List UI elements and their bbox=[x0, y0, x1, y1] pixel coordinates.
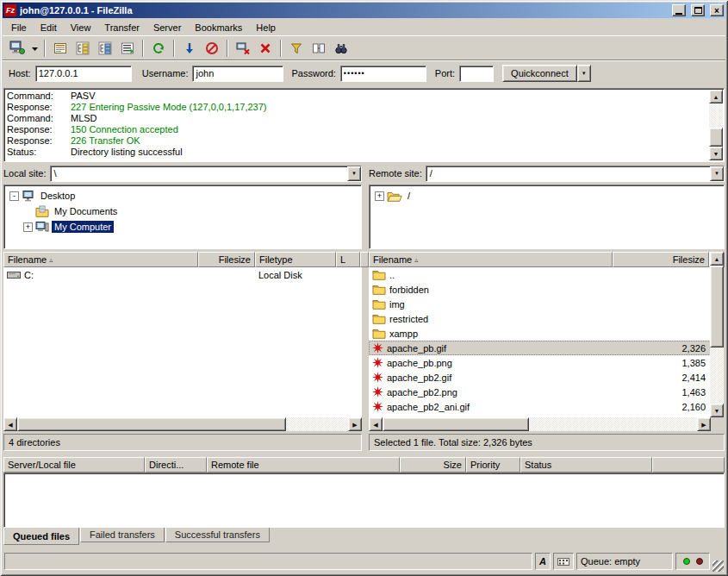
refresh-button[interactable] bbox=[148, 38, 169, 59]
file-row-restricted[interactable]: restricted bbox=[369, 311, 711, 326]
column-header-filesize[interactable]: Filesize bbox=[198, 252, 255, 267]
scrollbar-track[interactable] bbox=[709, 103, 723, 147]
toggle-message-log-button[interactable] bbox=[50, 38, 71, 59]
scroll-right-button[interactable]: ▶ bbox=[697, 417, 711, 431]
file-row-apache-pb2-ani-gif[interactable]: apache_pb2_ani.gif2,160 bbox=[369, 399, 711, 414]
column-header-remote-file[interactable]: Remote file bbox=[207, 457, 400, 473]
abort-button[interactable] bbox=[255, 38, 276, 59]
scroll-up-button[interactable]: ▲ bbox=[710, 252, 724, 266]
menu-item-bookmarks[interactable]: Bookmarks bbox=[188, 21, 249, 34]
disconnect-button[interactable] bbox=[233, 38, 253, 59]
file-size bbox=[613, 297, 709, 311]
file-size: 2,326 bbox=[613, 341, 709, 355]
column-header-priority[interactable]: Priority bbox=[466, 457, 520, 473]
close-button[interactable]: × bbox=[710, 4, 724, 16]
folder-icon bbox=[372, 313, 386, 324]
scrollbar-track[interactable] bbox=[710, 266, 724, 404]
port-input[interactable] bbox=[459, 66, 494, 82]
scrollbar-track[interactable] bbox=[383, 417, 697, 431]
find-files-button[interactable] bbox=[331, 38, 352, 59]
compare-directories-button[interactable] bbox=[308, 38, 329, 59]
message-log-vertical-scrollbar[interactable]: ▲ ▼ bbox=[709, 90, 723, 160]
scroll-up-button[interactable]: ▲ bbox=[709, 90, 723, 103]
scrollbar-thumb[interactable] bbox=[710, 266, 724, 347]
file-row-apache-pb2-png[interactable]: apache_pb2.png1,463 bbox=[369, 385, 711, 399]
scroll-left-button[interactable]: ◀ bbox=[369, 417, 383, 431]
local-list-horizontal-scrollbar[interactable]: ◀ ▶ bbox=[3, 417, 362, 431]
tree-item-desktop[interactable]: -Desktop bbox=[4, 188, 361, 203]
quickconnect-dropdown-button[interactable]: ▼ bbox=[577, 65, 591, 82]
column-header-server-local-file[interactable]: Server/Local file bbox=[3, 457, 145, 473]
file-row-apache-pb2-gif[interactable]: apache_pb2.gif2,414 bbox=[369, 370, 711, 385]
transfer-type-indicator[interactable]: A bbox=[535, 553, 551, 570]
scrollbar-thumb[interactable] bbox=[383, 417, 529, 431]
folder-icon bbox=[372, 284, 386, 295]
scroll-down-button[interactable]: ▼ bbox=[710, 404, 724, 417]
column-header-l[interactable]: L bbox=[336, 252, 360, 267]
scrollbar-thumb[interactable] bbox=[709, 128, 723, 147]
site-manager-button[interactable] bbox=[7, 38, 28, 59]
file-row-apache-pb-gif[interactable]: apache_pb.gif2,326 bbox=[369, 341, 711, 355]
remote-list-vertical-scrollbar[interactable]: ▲ ▼ bbox=[710, 252, 724, 417]
toggle-remote-treeview-button[interactable] bbox=[95, 38, 115, 59]
toggle-transfer-queue-button[interactable] bbox=[117, 38, 138, 59]
host-input[interactable] bbox=[35, 66, 132, 82]
column-header-filesize[interactable]: Filesize bbox=[613, 252, 709, 267]
column-header-status[interactable]: Status bbox=[520, 457, 652, 473]
column-header-filename[interactable]: Filename▵ bbox=[3, 252, 198, 267]
remote-list-horizontal-scrollbar[interactable]: ◀ ▶ bbox=[369, 417, 711, 431]
file-row-c[interactable]: C:Local Disk bbox=[3, 267, 362, 282]
tab-successful-transfers[interactable]: Successful transfers bbox=[165, 528, 270, 542]
drive-icon bbox=[7, 270, 21, 280]
username-input[interactable] bbox=[192, 66, 283, 82]
tree-item-my-documents[interactable]: My Documents bbox=[4, 203, 361, 219]
site-manager-dropdown-button[interactable] bbox=[29, 38, 40, 59]
file-row-item[interactable]: .. bbox=[369, 267, 711, 282]
file-row-apache-pb-png[interactable]: apache_pb.png1,385 bbox=[369, 355, 711, 370]
menu-item-help[interactable]: Help bbox=[249, 21, 283, 34]
tab-queued-files[interactable]: Queued files bbox=[3, 528, 79, 545]
expand-icon[interactable]: + bbox=[375, 191, 384, 201]
remote-site-dropdown-button[interactable]: ▼ bbox=[710, 166, 724, 181]
scroll-down-button[interactable]: ▼ bbox=[709, 147, 723, 160]
scrollbar-track[interactable] bbox=[17, 417, 348, 431]
filter-button[interactable] bbox=[286, 38, 307, 59]
minimize-button[interactable] bbox=[672, 4, 686, 16]
menu-item-edit[interactable]: Edit bbox=[34, 21, 64, 34]
toggle-local-treeview-icon bbox=[76, 41, 90, 55]
menu-item-server[interactable]: Server bbox=[146, 21, 188, 34]
local-site-combo[interactable]: \ ▼ bbox=[50, 166, 362, 182]
menu-item-file[interactable]: File bbox=[4, 21, 34, 34]
process-queue-button[interactable] bbox=[179, 38, 200, 59]
remote-site-label: Remote site: bbox=[369, 168, 422, 178]
tree-item-my-computer[interactable]: +My Computer bbox=[4, 219, 361, 235]
file-row-forbidden[interactable]: forbidden bbox=[369, 282, 711, 297]
expand-icon[interactable]: + bbox=[23, 222, 33, 232]
scrollbar-thumb[interactable] bbox=[17, 417, 286, 431]
quickconnect-button[interactable]: Quickconnect bbox=[502, 65, 577, 82]
scroll-left-button[interactable]: ◀ bbox=[3, 417, 17, 431]
resize-grip[interactable] bbox=[712, 560, 724, 572]
maximize-button[interactable] bbox=[691, 4, 705, 16]
tab-failed-transfers[interactable]: Failed transfers bbox=[80, 528, 165, 542]
tree-item-item[interactable]: +/ bbox=[370, 188, 724, 203]
window-title: john@127.0.0.1 - FileZilla bbox=[20, 5, 667, 16]
column-header-size[interactable]: Size bbox=[400, 457, 466, 473]
local-site-dropdown-button[interactable]: ▼ bbox=[347, 166, 361, 181]
cancel-operation-button[interactable] bbox=[202, 38, 222, 59]
menu-item-view[interactable]: View bbox=[64, 21, 98, 34]
column-header-filetype[interactable]: Filetype bbox=[255, 252, 336, 267]
password-input[interactable] bbox=[340, 66, 426, 82]
toggle-local-treeview-button[interactable] bbox=[72, 38, 93, 59]
file-row-img[interactable]: img bbox=[369, 297, 711, 311]
file-row-xampp[interactable]: xampp bbox=[369, 326, 711, 341]
remote-site-combo[interactable]: / ▼ bbox=[426, 166, 725, 182]
collapse-icon[interactable]: - bbox=[9, 191, 19, 201]
column-header-directi[interactable]: Directi... bbox=[145, 457, 207, 473]
title-bar[interactable]: Fz john@127.0.0.1 - FileZilla × bbox=[3, 3, 725, 18]
column-header-filename[interactable]: Filename▵ bbox=[369, 252, 613, 267]
menu-item-transfer[interactable]: Transfer bbox=[97, 21, 146, 34]
scroll-right-button[interactable]: ▶ bbox=[348, 417, 362, 431]
binary-mode-icon[interactable] bbox=[553, 553, 574, 570]
transfer-queue-list[interactable] bbox=[3, 473, 725, 528]
